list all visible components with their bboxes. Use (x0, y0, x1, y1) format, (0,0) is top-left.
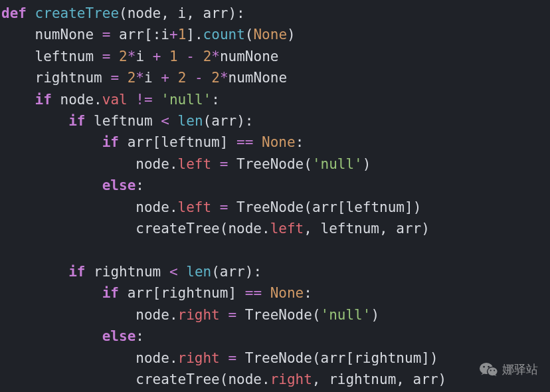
tok-pun: . (262, 371, 270, 387)
code-line: node.right = TreeNode(arr[rightnum]) (1, 350, 438, 366)
tok-pun: ) (228, 5, 236, 21)
tok-op: * (220, 70, 229, 86)
code-line: def createTree(node, i, arr): (1, 5, 245, 21)
tok-op: + (169, 27, 178, 43)
code-line: if node.val != 'null': (1, 92, 220, 108)
code-line: else: (1, 177, 144, 193)
tok-pun: ( (220, 221, 229, 237)
tok-none: None (270, 285, 304, 301)
tok-pun: . (169, 199, 178, 215)
tok-id: node (136, 156, 169, 172)
tok-op: * (128, 49, 136, 64)
tok-pun: ] (421, 350, 430, 366)
tok-pun: . (262, 221, 270, 237)
tok-op: = (228, 350, 236, 366)
tok-pun: . (94, 92, 102, 108)
tok-pun: , (312, 371, 329, 387)
tok-pun: . (169, 156, 178, 172)
tok-op: = (110, 70, 119, 86)
tok-kw: if (68, 264, 85, 280)
tok-pun: , (379, 221, 396, 237)
tok-pun: ( (245, 27, 254, 43)
tok-id: TreeNode (236, 199, 304, 215)
tok-none: None (253, 27, 287, 43)
tok-op: - (195, 70, 203, 86)
tok-pun: ( (203, 113, 212, 129)
tok-kw: if (102, 134, 119, 150)
tok-pun: : (136, 328, 144, 344)
code-line: createTree(node.right, rightnum, arr) (1, 371, 446, 387)
tok-pun: , (161, 5, 177, 21)
tok-kw: def (1, 5, 27, 21)
tok-str: 'null' (321, 307, 371, 323)
tok-pun: ] (405, 199, 413, 215)
tok-num: 2 (178, 70, 187, 86)
tok-id: i (161, 27, 169, 43)
tok-kw: else (102, 328, 136, 344)
tok-pun: ) (430, 350, 438, 366)
tok-id: rightnum (35, 70, 102, 86)
tok-id: leftnum (345, 199, 405, 215)
tok-pun: . (195, 27, 203, 43)
tok-pun: : (136, 177, 144, 193)
tok-pun: ) (438, 371, 447, 387)
tok-kw: if (68, 113, 85, 129)
tok-pun: , (186, 5, 203, 21)
tok-attr: left (178, 199, 212, 215)
tok-op: < (169, 264, 178, 280)
tok-op: < (161, 113, 169, 129)
tok-str: 'null' (312, 156, 363, 172)
code-line: createTree(node.left, leftnum, arr) (1, 221, 430, 237)
tok-num: 1 (178, 27, 187, 43)
tok-op: * (136, 70, 144, 86)
tok-op: = (102, 27, 111, 43)
tok-id: node (228, 221, 262, 237)
tok-pun: ( (312, 307, 321, 323)
tok-id: node (136, 307, 169, 323)
tok-op: = (220, 156, 229, 172)
tok-id: arr (211, 113, 236, 129)
tok-num: 2 (211, 70, 220, 86)
code-line: node.left = TreeNode(arr[leftnum]) (1, 199, 421, 215)
tok-attr: right (178, 307, 220, 323)
tok-id: arr (321, 350, 346, 366)
tok-str: 'null' (161, 92, 211, 108)
tok-num: 2 (203, 49, 212, 64)
tok-pun: [ (337, 199, 346, 215)
tok-pun: : (211, 92, 220, 108)
tok-op: = (102, 49, 111, 64)
code-line: numNone = arr[:i+1].count(None) (1, 27, 296, 43)
tok-op: = (228, 307, 236, 323)
tok-kw: if (102, 285, 119, 301)
tok-op: + (153, 49, 161, 64)
tok-id: arr (119, 27, 144, 43)
code-line: leftnum = 2*i + 1 - 2*numNone (1, 49, 278, 64)
tok-op: + (161, 70, 169, 86)
tok-id: rightnum (329, 371, 396, 387)
tok-id: arr (312, 199, 337, 215)
tok-id: leftnum (94, 113, 153, 129)
tok-pun: ( (312, 350, 321, 366)
tok-none: None (262, 134, 296, 150)
tok-id: leftnum (35, 49, 94, 64)
tok-attr: right (178, 350, 220, 366)
code-line: node.right = TreeNode('null') (1, 307, 379, 323)
tok-pun: ) (371, 307, 379, 323)
tok-pun: . (169, 307, 178, 323)
tok-pun: ) (421, 221, 430, 237)
tok-id: node (60, 92, 94, 108)
tok-id: i (178, 5, 187, 21)
tok-pun: : (253, 264, 262, 280)
tok-pun: ] (220, 134, 229, 150)
tok-op: == (245, 285, 262, 301)
tok-id: rightnum (354, 350, 421, 366)
code-line: if rightnum < len(arr): (1, 264, 262, 280)
tok-pun: : (236, 5, 245, 21)
tok-pun: [ (144, 27, 153, 43)
tok-id: node (136, 350, 169, 366)
tok-id: leftnum (321, 221, 380, 237)
tok-id: arr (396, 221, 421, 237)
code-line: if leftnum < len(arr): (1, 113, 253, 129)
tok-pun: ( (304, 199, 312, 215)
tok-pun: ) (236, 113, 245, 129)
